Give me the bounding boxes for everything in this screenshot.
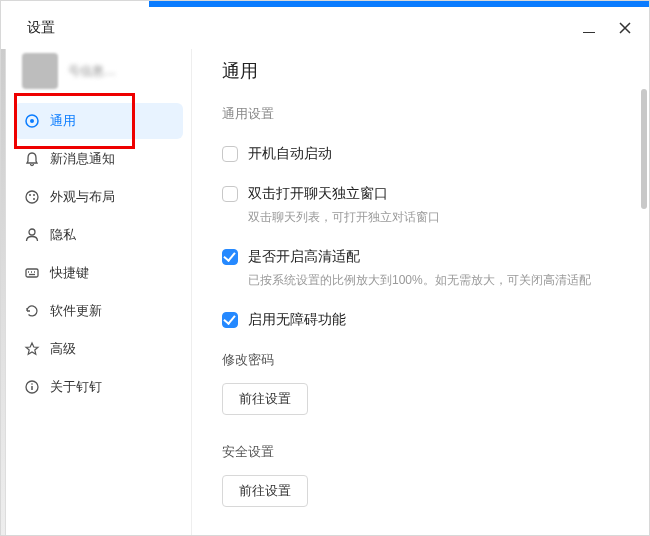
svg-point-3: [29, 194, 31, 196]
option-hidpi[interactable]: 是否开启高清适配 已按系统设置的比例放大到100%。如无需放大，可关闭高清适配: [222, 248, 619, 289]
sidebar-item-label: 快捷键: [50, 264, 89, 282]
sidebar-item-general[interactable]: 通用: [14, 103, 183, 139]
option-label: 开机自动启动: [248, 145, 332, 163]
window-body: 号信息… 通用 新消息通知: [1, 49, 649, 535]
close-button[interactable]: [619, 22, 631, 34]
window-title: 设置: [27, 19, 55, 37]
sidebar-item-label: 隐私: [50, 226, 76, 244]
svg-point-2: [26, 191, 38, 203]
window-controls: [583, 20, 631, 36]
sidebar-item-updates[interactable]: 软件更新: [14, 293, 183, 329]
sidebar-item-label: 高级: [50, 340, 76, 358]
gear-icon: [24, 113, 40, 129]
sidebar-item-label: 关于钉钉: [50, 378, 102, 396]
option-accessibility[interactable]: 启用无障碍功能: [222, 311, 619, 329]
svg-point-6: [29, 229, 35, 235]
sidebar-item-label: 新消息通知: [50, 150, 115, 168]
sidebar-item-label: 外观与布局: [50, 188, 115, 206]
palette-icon: [24, 189, 40, 205]
page-title: 通用: [222, 59, 619, 83]
option-desc: 已按系统设置的比例放大到100%。如无需放大，可关闭高清适配: [248, 272, 591, 289]
keyboard-icon: [24, 265, 40, 281]
person-icon: [24, 227, 40, 243]
option-label: 双击打开聊天独立窗口: [248, 185, 440, 203]
sidebar-item-shortcuts[interactable]: 快捷键: [14, 255, 183, 291]
option-autostart[interactable]: 开机自动启动: [222, 145, 619, 163]
sidebar-item-label: 通用: [50, 112, 76, 130]
goto-settings-button[interactable]: 前往设置: [222, 383, 308, 415]
bell-icon: [24, 151, 40, 167]
star-icon: [24, 341, 40, 357]
checkbox[interactable]: [222, 186, 238, 202]
section-label: 通用设置: [222, 105, 619, 123]
sidebar-item-notifications[interactable]: 新消息通知: [14, 141, 183, 177]
svg-point-5: [33, 198, 35, 200]
settings-window: 设置 号信息… 通用: [0, 0, 650, 536]
scrollbar[interactable]: [641, 89, 647, 209]
refresh-icon: [24, 303, 40, 319]
sidebar-item-label: 软件更新: [50, 302, 102, 320]
minimize-button[interactable]: [583, 20, 595, 36]
sidebar-item-about[interactable]: 关于钉钉: [14, 369, 183, 405]
svg-rect-7: [26, 269, 38, 277]
content-panel: 通用 通用设置 开机自动启动 双击打开聊天独立窗口 双击聊天列表，可打开独立对话…: [192, 49, 649, 535]
info-icon: [24, 379, 40, 395]
titlebar: 设置: [1, 1, 649, 49]
goto-settings-button[interactable]: 前往设置: [222, 475, 308, 507]
sidebar: 号信息… 通用 新消息通知: [6, 49, 192, 535]
sidebar-nav: 通用 新消息通知 外观与布局: [6, 99, 191, 409]
checkbox[interactable]: [222, 312, 238, 328]
group-security: 安全设置: [222, 443, 619, 461]
svg-point-1: [30, 119, 34, 123]
sidebar-item-advanced[interactable]: 高级: [14, 331, 183, 367]
option-doubleclick-window[interactable]: 双击打开聊天独立窗口 双击聊天列表，可打开独立对话窗口: [222, 185, 619, 226]
checkbox[interactable]: [222, 146, 238, 162]
profile-block[interactable]: 号信息…: [6, 49, 191, 99]
checkbox[interactable]: [222, 249, 238, 265]
group-change-password: 修改密码: [222, 351, 619, 369]
svg-point-4: [33, 194, 35, 196]
avatar: [22, 53, 58, 89]
profile-text: 号信息…: [68, 63, 116, 80]
option-label: 是否开启高清适配: [248, 248, 591, 266]
svg-point-14: [31, 383, 33, 385]
sidebar-item-appearance[interactable]: 外观与布局: [14, 179, 183, 215]
option-desc: 双击聊天列表，可打开独立对话窗口: [248, 209, 440, 226]
sidebar-item-privacy[interactable]: 隐私: [14, 217, 183, 253]
option-label: 启用无障碍功能: [248, 311, 346, 329]
